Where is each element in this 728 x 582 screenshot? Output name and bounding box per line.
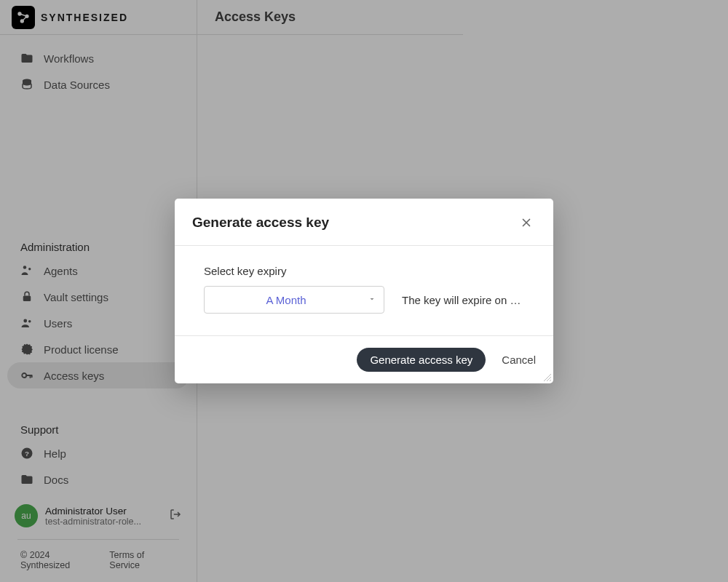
expiry-select-value: A Month	[205, 294, 368, 306]
dialog-header: Generate access key	[175, 199, 553, 246]
cancel-button[interactable]: Cancel	[499, 348, 539, 372]
expiry-field-label: Select key expiry	[204, 265, 524, 277]
modal-overlay[interactable]: Generate access key Select key expiry A …	[0, 0, 728, 582]
dialog-footer: Generate access key Cancel	[175, 335, 553, 383]
generate-access-key-dialog: Generate access key Select key expiry A …	[175, 199, 553, 383]
chevron-down-icon	[368, 293, 376, 306]
generate-button[interactable]: Generate access key	[357, 348, 486, 372]
close-icon[interactable]	[517, 213, 536, 232]
expiry-select[interactable]: A Month	[204, 286, 384, 314]
dialog-body: Select key expiry A Month The key will e…	[175, 246, 553, 335]
expiry-hint-text: The key will expire on Sat...	[402, 294, 524, 306]
dialog-title: Generate access key	[192, 215, 329, 231]
